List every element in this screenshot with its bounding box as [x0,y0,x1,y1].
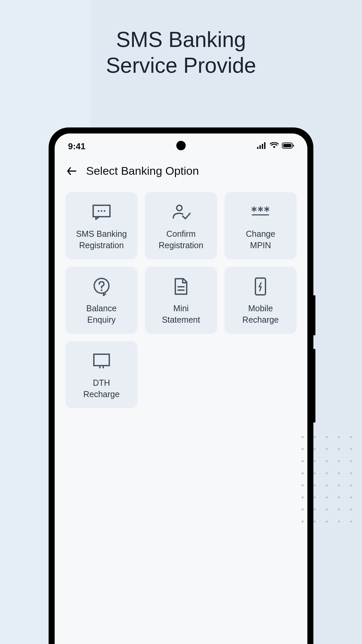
phone-frame: 9:41 [49,127,313,644]
cellular-icon [257,142,266,150]
option-label: Change MPIN [246,228,276,251]
phone-charge-icon [250,276,271,297]
battery-icon [282,143,294,150]
svg-rect-1 [259,145,261,149]
svg-rect-0 [257,147,258,149]
back-button[interactable] [65,165,78,177]
svg-point-9 [101,210,102,212]
option-label: Balance Enquiry [86,303,116,326]
svg-point-8 [98,210,99,212]
promo-line-2: Service Provide [0,53,362,78]
option-label: DTH Recharge [83,377,119,400]
phone-side-button-2 [313,349,315,423]
monitor-icon [91,351,112,371]
svg-rect-6 [293,145,294,147]
status-time: 9:41 [68,141,85,152]
wifi-icon [270,142,279,150]
option-sms-banking-registration[interactable]: SMS Banking Registration [65,192,137,259]
option-mobile-recharge[interactable]: Mobile Recharge [225,267,297,334]
phone-side-button-1 [313,295,315,335]
user-check-icon [171,202,191,222]
svg-rect-5 [283,144,291,147]
svg-rect-2 [262,144,263,149]
phone-camera [176,141,186,150]
message-icon [91,202,112,222]
option-change-mpin[interactable]: Change MPIN [225,192,297,259]
svg-point-23 [101,289,102,291]
option-label: Confirm Registration [159,228,203,251]
page-title: Select Banking Option [86,164,199,177]
option-dth-recharge[interactable]: DTH Recharge [65,341,137,408]
option-label: SMS Banking Registration [76,228,127,251]
options-grid: SMS Banking Registration Confirm Registr… [55,185,307,415]
option-mini-statement[interactable]: Mini Statement [145,267,217,334]
app-header: Select Banking Option [55,156,307,185]
option-label: Mini Statement [162,303,200,326]
document-icon [171,276,191,297]
asterisks-icon [250,202,271,222]
svg-point-11 [177,205,182,211]
arrow-left-icon [66,165,78,177]
phone-screen: 9:41 [55,133,307,644]
question-circle-icon [91,276,112,297]
svg-rect-3 [264,142,265,149]
option-label: Mobile Recharge [242,303,279,326]
promo-title: SMS Banking Service Provide [0,0,362,78]
svg-point-10 [104,210,105,212]
promo-line-1: SMS Banking [0,27,362,53]
option-confirm-registration[interactable]: Confirm Registration [145,192,217,259]
option-balance-enquiry[interactable]: Balance Enquiry [65,267,137,334]
svg-rect-27 [94,354,109,366]
status-icons [257,142,294,150]
